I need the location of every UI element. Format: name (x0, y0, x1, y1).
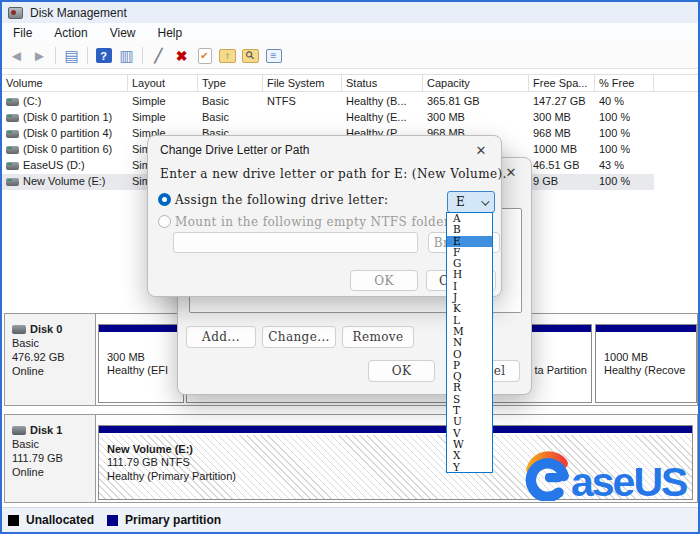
remove-button[interactable]: Remove (342, 326, 414, 348)
cell-status: Healthy (E... (346, 111, 407, 123)
cell-volume: (Disk 0 partition 4) (23, 127, 112, 139)
folder-search-icon[interactable]: ⚲ (239, 45, 262, 66)
volume-icon (6, 130, 19, 138)
disk0-partition-efi[interactable]: 300 MB Healthy (EFI (98, 324, 184, 403)
disk-size: 476.92 GB (12, 350, 95, 364)
volume-icon (6, 146, 19, 154)
cell-pfree: 100 % (599, 143, 630, 155)
dropdown-option-b[interactable]: B (447, 224, 492, 235)
drive-letter-dropdown-list: A B E F G H I J K L M N O P Q R S T U V … (446, 212, 493, 473)
ok-button[interactable]: OK (368, 360, 435, 382)
disk1-label-panel[interactable]: Disk 1 Basic 111.79 GB Online (5, 415, 96, 502)
partition-size: 300 MB (107, 350, 168, 364)
cell-capacity: 300 MB (427, 111, 465, 123)
menu-view[interactable]: View (99, 24, 147, 42)
cell-free: 46.51 GB (533, 159, 579, 171)
dropdown-option-n[interactable]: N (447, 337, 492, 348)
change-button[interactable]: Change... (262, 326, 336, 348)
cell-pfree: 40 % (599, 95, 624, 107)
toolbar-separator (55, 47, 56, 64)
col-capacity[interactable]: Capacity (423, 75, 529, 91)
toolbar-separator (142, 47, 143, 64)
mount-path-input[interactable] (173, 232, 418, 253)
partition-color-bar (596, 325, 696, 334)
volume-icon (6, 178, 19, 186)
console-tree-icon[interactable]: ▤ (60, 45, 83, 66)
assign-letter-label: Assign the following drive letter: (175, 193, 388, 207)
cell-layout: Simple (132, 95, 166, 107)
col-pfree[interactable]: % Free (595, 75, 654, 91)
back-icon[interactable]: ◄ (5, 45, 28, 66)
cell-status: Healthy (B... (346, 95, 407, 107)
folder-up-icon[interactable]: ↑ (216, 45, 239, 66)
cell-volume: (C:) (23, 95, 41, 107)
disk-icon (12, 325, 26, 334)
screwdriver-icon[interactable]: ╱ (147, 45, 170, 66)
disk-size: 111.79 GB (12, 451, 95, 465)
cell-pfree: 43 % (599, 159, 624, 171)
volume-icon (6, 162, 19, 170)
toolbar-separator (87, 47, 88, 64)
drive-letter-combobox[interactable]: E (447, 191, 495, 213)
menu-action[interactable]: Action (43, 24, 98, 42)
app-icon (8, 7, 23, 19)
partition-name: New Volume (E:) (107, 442, 236, 456)
dropdown-option-x[interactable]: X (447, 450, 492, 461)
col-layout[interactable]: Layout (128, 75, 198, 91)
table-row-partition1[interactable]: (Disk 0 partition 1) Simple Basic Health… (2, 110, 654, 126)
cell-free: 968 MB (533, 127, 571, 139)
detail-pane-icon[interactable]: ▥ (115, 45, 138, 66)
partition-color-bar (99, 325, 183, 334)
dropdown-option-y[interactable]: Y (447, 462, 492, 473)
delete-volume-icon[interactable]: ✖ (170, 45, 193, 66)
properties-icon[interactable]: ≡ (262, 45, 285, 66)
partition-status: Healthy (Primary Partition) (107, 469, 236, 483)
cell-pfree: 100 % (599, 111, 630, 123)
cell-volume: New Volume (E:) (23, 175, 106, 187)
title-bar: Disk Management (2, 2, 698, 23)
disk-icon (12, 426, 26, 435)
cell-free: 147.27 GB (533, 95, 586, 107)
menu-help[interactable]: Help (147, 24, 194, 42)
volume-icon (6, 98, 19, 106)
disk-type: Basic (12, 437, 95, 451)
cell-free: 1000 MB (533, 143, 577, 155)
menu-file[interactable]: File (2, 24, 43, 42)
unallocated-swatch (8, 515, 19, 526)
assign-letter-radio[interactable] (158, 193, 171, 206)
toolbar: ◄ ► ▤ ? ▥ ╱ ✖ ✔ ↑ ⚲ ≡ (2, 43, 698, 69)
window-title: Disk Management (30, 6, 127, 20)
cell-pfree: 100 % (599, 127, 630, 139)
col-freespace[interactable]: Free Spa... (529, 75, 595, 91)
partition-status: Healthy (EFI (107, 364, 168, 378)
easeus-logo-text: aseUS (571, 463, 686, 501)
checklist-icon[interactable]: ✔ (193, 45, 216, 66)
col-volume[interactable]: Volume (2, 75, 128, 91)
help-icon[interactable]: ? (92, 45, 115, 66)
partition-size: 111.79 GB NTFS (107, 456, 236, 470)
ok-button[interactable]: OK (350, 270, 418, 291)
dialog-title: Change Drive Letter or Path (160, 143, 309, 157)
table-row-c[interactable]: (C:) Simple Basic NTFS Healthy (B... 365… (2, 94, 654, 110)
disk0-partition-recovery[interactable]: 1000 MB Healthy (Recove (595, 324, 697, 403)
col-filesystem[interactable]: File System (263, 75, 342, 91)
cell-volume: (Disk 0 partition 1) (23, 111, 112, 123)
mount-folder-radio[interactable] (158, 215, 171, 228)
col-status[interactable]: Status (342, 75, 423, 91)
easeus-logo-mark (521, 451, 571, 501)
combobox-value: E (456, 195, 465, 209)
disk0-label-panel[interactable]: Disk 0 Basic 476.92 GB Online (5, 314, 96, 405)
menu-bar: File Action View Help (2, 23, 698, 43)
dropdown-option-u[interactable]: U (447, 416, 492, 427)
partition-status: ta Partition (534, 364, 587, 378)
cell-pfree: 100 % (599, 175, 630, 187)
cell-fs: NTFS (267, 95, 296, 107)
partition-color-bar (99, 426, 692, 435)
cell-capacity: 365.81 GB (427, 95, 480, 107)
col-type[interactable]: Type (198, 75, 263, 91)
partition-size: 1000 MB (604, 350, 685, 364)
dropdown-option-k[interactable]: K (447, 303, 492, 314)
add-button[interactable]: Add... (186, 326, 256, 348)
close-icon[interactable]: ✕ (470, 141, 492, 160)
forward-icon[interactable]: ► (28, 45, 51, 66)
